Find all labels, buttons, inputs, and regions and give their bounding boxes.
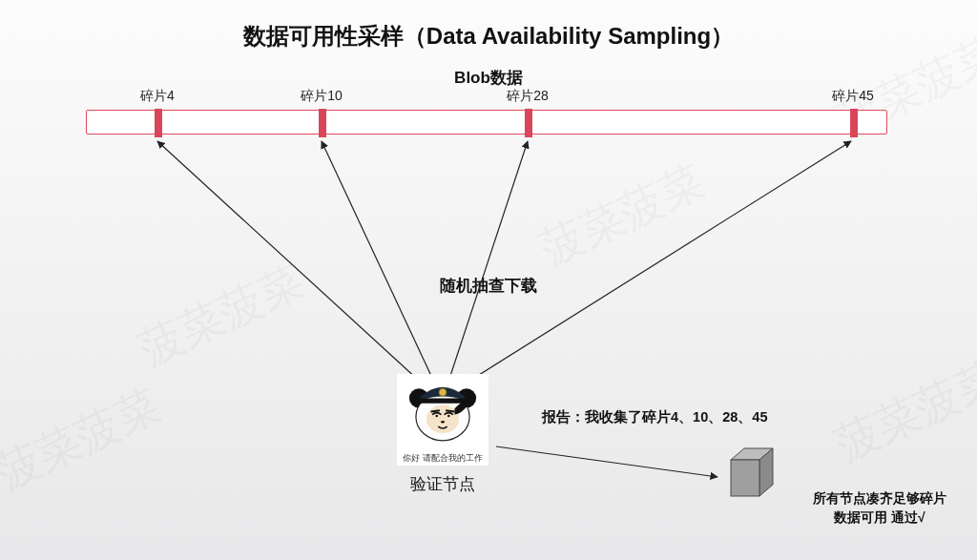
diagram-title: 数据可用性采样（Data Availability Sampling） — [0, 21, 977, 52]
blob-data-label: Blob数据 — [0, 67, 977, 89]
svg-line-1 — [322, 141, 431, 376]
shard-label-4: 碎片4 — [140, 88, 175, 105]
random-sample-label: 随机抽查下载 — [0, 275, 977, 297]
report-text: 报告：我收集了碎片4、10、28、45 — [542, 408, 767, 426]
svg-line-3 — [471, 141, 851, 380]
shard-label-45: 碎片45 — [832, 88, 874, 105]
result-text: 所有节点凑齐足够碎片 数据可用 通过√ — [794, 488, 966, 528]
result-line-1: 所有节点凑齐足够碎片 — [813, 490, 946, 506]
validator-node-label: 验证节点 — [397, 473, 488, 495]
shard-mark-45 — [850, 109, 858, 137]
shard-label-28: 碎片28 — [507, 88, 549, 105]
panda-police-icon — [403, 376, 483, 450]
svg-line-2 — [450, 141, 528, 376]
svg-line-4 — [496, 446, 717, 477]
svg-rect-8 — [419, 398, 467, 403]
watermark: 菠菜菠菜 — [530, 152, 715, 280]
watermark: 菠菜菠菜 — [826, 347, 977, 475]
svg-point-15 — [441, 421, 445, 423]
shard-mark-4 — [155, 109, 162, 137]
shard-label-10: 碎片10 — [301, 88, 343, 105]
shard-mark-10 — [319, 109, 326, 137]
blob-data-bar — [86, 110, 887, 135]
svg-point-11 — [436, 414, 438, 416]
validator-node-avatar: 你好 请配合我的工作 — [397, 374, 488, 466]
svg-point-12 — [447, 414, 449, 416]
svg-rect-18 — [731, 460, 759, 496]
block-cube-icon — [723, 445, 780, 500]
watermark: 菠菜菠菜 — [130, 252, 314, 380]
watermark: 菠菜菠菜 — [0, 376, 170, 504]
avatar-caption: 你好 请配合我的工作 — [403, 452, 483, 465]
svg-line-0 — [157, 141, 418, 380]
shard-mark-28 — [525, 109, 532, 137]
result-line-2: 数据可用 通过√ — [834, 509, 925, 525]
svg-point-9 — [439, 388, 447, 396]
